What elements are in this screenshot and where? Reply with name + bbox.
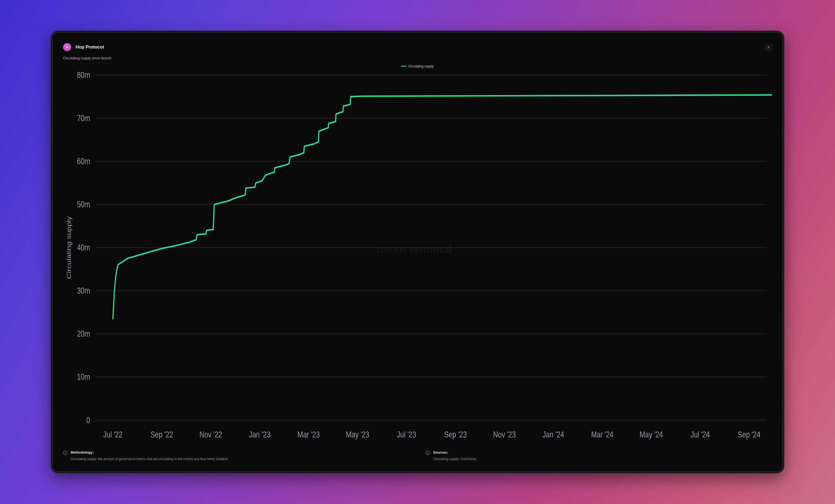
svg-text:70m: 70m <box>77 113 90 123</box>
chart-svg: 010m20m30m40m50m60m70m80mCirculating sup… <box>63 69 772 445</box>
svg-text:Jan '23: Jan '23 <box>249 429 270 439</box>
hop-logo-icon <box>63 43 71 51</box>
svg-text:60m: 60m <box>77 156 90 166</box>
methodology-title: Methodology: <box>71 450 229 455</box>
svg-text:Sep '23: Sep '23 <box>444 429 467 439</box>
sources-text: Circulating supply: CoinGecko <box>433 457 476 461</box>
svg-text:Jul '22: Jul '22 <box>103 429 123 439</box>
svg-text:Sep '22: Sep '22 <box>150 429 173 439</box>
svg-text:Jan '24: Jan '24 <box>543 429 564 439</box>
methodology-col: i Methodology: Circulating supply: the a… <box>63 450 409 461</box>
svg-text:30m: 30m <box>77 286 90 295</box>
svg-text:10m: 10m <box>77 372 90 382</box>
footer: i Methodology: Circulating supply: the a… <box>63 445 772 464</box>
svg-text:Mar '23: Mar '23 <box>298 429 320 439</box>
svg-text:Sep '24: Sep '24 <box>738 429 760 439</box>
svg-text:May '23: May '23 <box>346 429 369 439</box>
svg-text:Mar '24: Mar '24 <box>591 429 614 439</box>
close-button[interactable]: ✕ <box>765 44 772 51</box>
chart-legend: Circulating supply <box>63 64 772 68</box>
header-row: Hop Protocol ✕ <box>63 43 772 51</box>
info-icon: i <box>426 450 430 455</box>
svg-text:Circulating supply: Circulating supply <box>65 216 72 279</box>
svg-text:Nov '22: Nov '22 <box>199 429 222 439</box>
device-frame: Hop Protocol ✕ Circulating supply since … <box>51 31 784 474</box>
svg-text:0: 0 <box>86 415 90 425</box>
svg-text:20m: 20m <box>77 329 90 338</box>
svg-text:80m: 80m <box>77 70 90 80</box>
methodology-text: Circulating supply: the amount of govern… <box>71 457 229 461</box>
svg-text:Jul '23: Jul '23 <box>397 429 416 439</box>
modal-inner: Hop Protocol ✕ Circulating supply since … <box>52 40 783 464</box>
legend-label: Circulating supply <box>408 64 434 68</box>
svg-text:Nov '23: Nov '23 <box>493 429 516 439</box>
svg-text:40m: 40m <box>77 243 90 252</box>
page-title: Hop Protocol <box>76 44 104 50</box>
sources-title: Sources: <box>433 450 476 455</box>
sources-col: i Sources: Circulating supply: CoinGecko <box>426 450 772 461</box>
title-group: Hop Protocol <box>63 43 104 51</box>
chart-area: token terminal_ 010m20m30m40m50m60m70m80… <box>63 69 772 445</box>
subtitle: Circulating supply since launch. <box>63 56 772 60</box>
close-icon: ✕ <box>767 45 770 49</box>
svg-text:Jul '24: Jul '24 <box>690 429 710 439</box>
legend-swatch <box>401 66 406 67</box>
svg-text:May '24: May '24 <box>639 429 663 439</box>
info-icon: i <box>63 450 67 455</box>
svg-text:50m: 50m <box>77 200 90 209</box>
